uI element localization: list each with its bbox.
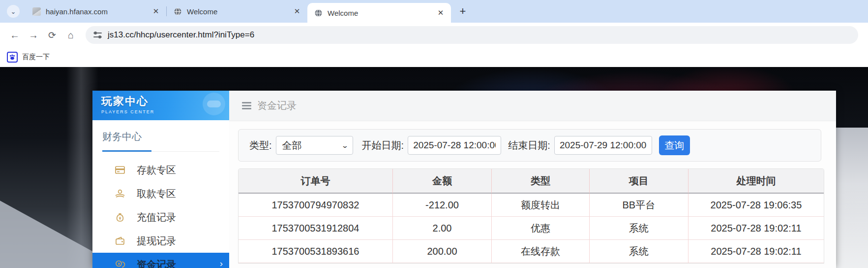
cell-type: 优惠	[491, 217, 589, 240]
back-icon[interactable]: ←	[7, 27, 23, 43]
url-text[interactable]: js13.cc/hhcp/usercenter.html?iniType=6	[108, 30, 254, 40]
sidebar-item-label: 提现记录	[137, 234, 176, 248]
sidebar-item-label: 取款专区	[137, 187, 176, 201]
table-row: 1753700531893616 200.00 在线存款 系统 2025-07-…	[239, 240, 824, 263]
funds-table: 订单号 金额 类型 项目 处理时间 1753700794970832 -212.…	[238, 168, 824, 264]
reload-icon[interactable]: ⟳	[44, 27, 60, 43]
sidebar-section-title: 财务中心	[102, 130, 219, 143]
tab-search-chevron-icon[interactable]: ⌄	[7, 5, 20, 18]
cell-process-time: 2025-07-28 19:02:11	[688, 240, 824, 263]
tab-title: Welcome	[328, 9, 435, 17]
sidebar-item-label: 资金记录	[137, 258, 176, 268]
column-amount: 金额	[392, 169, 491, 194]
table-header-row: 订单号 金额 类型 项目 处理时间	[239, 169, 824, 194]
tab-haiyan[interactable]: haiyan.hfanax.com ✕	[26, 0, 166, 23]
player-center-card: 玩家中心 PLAYERS CENTER 财务中心 存款专区	[92, 91, 836, 268]
coins-icon: ¥	[114, 259, 126, 268]
deposit-card-icon	[114, 164, 126, 176]
page-title: 资金记录	[257, 99, 297, 112]
table-row: 1753700531912804 2.00 优惠 系统 2025-07-28 1…	[239, 217, 824, 240]
tab-strip: ⌄ haiyan.hfanax.com ✕ Welcome ✕ Welcome …	[0, 0, 868, 23]
background-shape	[835, 128, 868, 268]
browser-toolbar: ← → ⟳ ⌂ js13.cc/hhcp/usercenter.html?ini…	[0, 23, 868, 47]
new-tab-button[interactable]: +	[456, 4, 470, 18]
cell-project: 系统	[589, 240, 688, 263]
chevron-right-icon: ›	[220, 258, 223, 268]
sidebar-item-label: 存款专区	[137, 164, 176, 177]
main-panel: 资金记录 类型: 全部 ⌄ 开始日期: 结束日期: 查询 订单号 金额	[229, 91, 836, 268]
baidu-paw-icon[interactable]	[7, 52, 18, 63]
page-favicon-icon	[32, 7, 41, 16]
close-icon[interactable]: ✕	[435, 7, 446, 18]
chevron-down-icon: ⌄	[341, 142, 348, 149]
tab-welcome-1[interactable]: Welcome ✕	[167, 0, 307, 23]
column-order-no: 订单号	[239, 169, 392, 194]
end-date-input[interactable]	[554, 136, 652, 155]
sidebar-item-recharge-records[interactable]: ¥ 充值记录	[92, 205, 229, 229]
withdraw-hand-icon	[114, 188, 126, 200]
filter-panel: 类型: 全部 ⌄ 开始日期: 结束日期: 查询	[238, 129, 821, 162]
column-project: 项目	[589, 169, 688, 194]
sidebar-section: 财务中心	[92, 120, 229, 152]
cell-process-time: 2025-07-28 19:02:11	[688, 217, 824, 240]
start-date-input[interactable]	[408, 136, 501, 155]
hamburger-icon[interactable]	[242, 102, 251, 109]
cell-project: BB平台	[589, 194, 688, 217]
type-select[interactable]: 全部 ⌄	[276, 136, 353, 155]
start-date-label: 开始日期:	[362, 139, 404, 152]
cell-amount: 2.00	[392, 217, 491, 240]
cell-amount: 200.00	[392, 240, 491, 263]
site-settings-icon[interactable]	[93, 32, 102, 38]
svg-text:¥: ¥	[119, 216, 121, 221]
cell-type: 额度转出	[491, 194, 589, 217]
bookmark-baidu[interactable]: 百度一下	[22, 53, 50, 62]
gamepad-icon	[203, 93, 225, 115]
money-bag-icon: ¥	[114, 211, 126, 223]
cell-order-no: 1753700531912804	[239, 217, 392, 240]
cell-process-time: 2025-07-28 19:06:35	[688, 194, 824, 217]
sidebar-item-funds-records[interactable]: ¥ 资金记录 ›	[92, 253, 229, 268]
end-date-label: 结束日期:	[508, 139, 550, 152]
forward-icon[interactable]: →	[26, 27, 41, 43]
sidebar-item-withdraw-zone[interactable]: 取款专区	[92, 182, 229, 205]
sidebar-header: 玩家中心 PLAYERS CENTER	[92, 91, 229, 120]
wallet-icon	[114, 235, 126, 247]
query-button[interactable]: 查询	[659, 135, 690, 155]
sidebar-item-deposit-zone[interactable]: 存款专区	[92, 158, 229, 182]
sidebar: 玩家中心 PLAYERS CENTER 财务中心 存款专区	[92, 91, 229, 268]
tab-title: haiyan.hfanax.com	[46, 7, 150, 16]
sidebar-item-withdrawal-records[interactable]: 提现记录	[92, 229, 229, 253]
home-icon[interactable]: ⌂	[63, 27, 79, 43]
section-divider	[102, 150, 219, 152]
cell-project: 系统	[589, 217, 688, 240]
column-type: 类型	[491, 169, 589, 194]
close-icon[interactable]: ✕	[292, 6, 302, 17]
cell-amount: -212.00	[392, 194, 491, 217]
main-header: 资金记录	[229, 91, 836, 121]
sidebar-item-label: 充值记录	[137, 211, 176, 224]
tab-title: Welcome	[187, 7, 292, 16]
sidebar-menu: 存款专区 取款专区 ¥ 充值记录	[92, 158, 229, 268]
page-background: 玩家中心 PLAYERS CENTER 财务中心 存款专区	[0, 67, 868, 268]
close-icon[interactable]: ✕	[150, 6, 161, 17]
url-bar[interactable]: js13.cc/hhcp/usercenter.html?iniType=6	[86, 26, 858, 44]
type-select-value: 全部	[282, 139, 342, 152]
svg-text:¥: ¥	[118, 262, 120, 266]
bookmarks-bar: 百度一下	[0, 47, 868, 67]
column-process-time: 处理时间	[688, 169, 824, 194]
cell-order-no: 1753700531893616	[239, 240, 392, 263]
globe-icon	[174, 7, 182, 16]
cell-order-no: 1753700794970832	[239, 194, 392, 217]
cell-type: 在线存款	[491, 240, 589, 263]
tab-welcome-2-active[interactable]: Welcome ✕	[307, 3, 451, 23]
type-label: 类型:	[249, 139, 272, 152]
table-row: 1753700794970832 -212.00 额度转出 BB平台 2025-…	[239, 194, 824, 217]
globe-icon	[314, 9, 323, 17]
